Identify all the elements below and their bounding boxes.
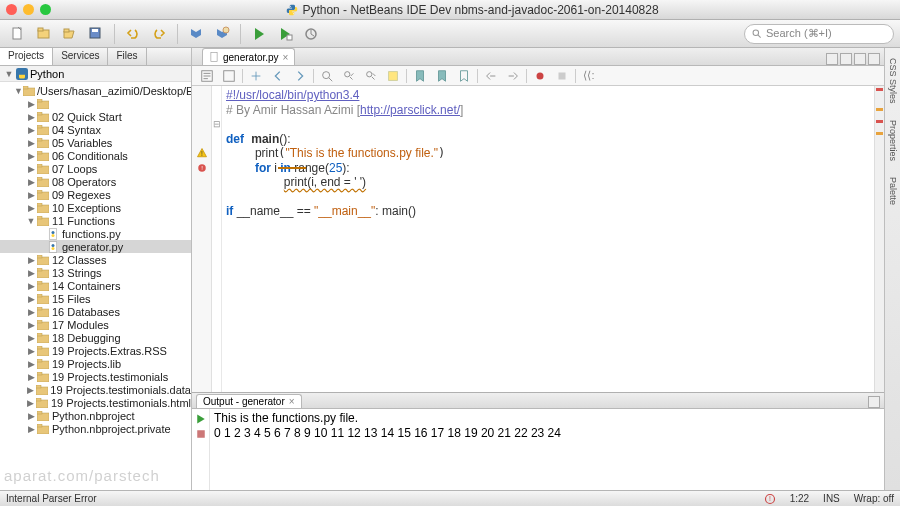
maximize-button[interactable] <box>868 53 880 65</box>
undo-button[interactable] <box>121 23 145 45</box>
gutter[interactable]: ! ! <box>192 86 212 392</box>
tab-properties[interactable]: Properties <box>888 116 898 165</box>
shift-left-button[interactable] <box>482 68 500 84</box>
window-maximize-button[interactable] <box>40 4 51 15</box>
tree-item-python-nbproject[interactable]: ▶Python.nbproject <box>0 409 191 422</box>
twist-icon[interactable]: ▶ <box>26 398 36 408</box>
tab-files[interactable]: Files <box>108 48 146 65</box>
twist-icon[interactable]: ▶ <box>26 177 36 187</box>
new-file-button[interactable] <box>6 23 30 45</box>
twist-icon[interactable]: ▶ <box>26 281 36 291</box>
close-icon[interactable]: × <box>289 396 295 407</box>
status-error-icon[interactable]: ! <box>764 493 776 505</box>
twist-icon[interactable]: ▶ <box>26 359 36 369</box>
tree-item-06-conditionals[interactable]: ▶06 Conditionals <box>0 149 191 162</box>
toggle-highlight-button[interactable] <box>384 68 402 84</box>
output-text[interactable]: This is the functions.py file. 0 1 2 3 4… <box>210 409 884 490</box>
find-selection-button[interactable] <box>318 68 336 84</box>
open-button[interactable] <box>58 23 82 45</box>
twist-icon[interactable]: ▼ <box>14 86 23 96</box>
twist-icon[interactable]: ▶ <box>26 372 36 382</box>
build-button[interactable] <box>184 23 208 45</box>
tab-css-styles[interactable]: CSS Styles <box>888 54 898 108</box>
tree-item-07-loops[interactable]: ▶07 Loops <box>0 162 191 175</box>
tree-item-02-quick-start[interactable]: ▶02 Quick Start <box>0 110 191 123</box>
find-prev-button[interactable] <box>340 68 358 84</box>
save-all-button[interactable] <box>84 23 108 45</box>
tree-item-14-containers[interactable]: ▶14 Containers <box>0 279 191 292</box>
twist-icon[interactable]: ▶ <box>26 333 36 343</box>
clean-build-button[interactable] <box>210 23 234 45</box>
tree-item--top-level-[interactable]: ▶ <box>0 97 191 110</box>
comment-button[interactable]: ⟨⟨: <box>580 68 598 84</box>
twist-icon[interactable]: ▶ <box>26 385 35 395</box>
wrap-mode[interactable]: Wrap: off <box>854 493 894 504</box>
twist-icon[interactable]: ▶ <box>26 125 36 135</box>
rerun-button[interactable] <box>194 412 208 426</box>
macro-record-button[interactable] <box>531 68 549 84</box>
cursor-position[interactable]: 1:22 <box>790 493 809 504</box>
history-button[interactable] <box>220 68 238 84</box>
macro-stop-button[interactable] <box>553 68 571 84</box>
twist-icon[interactable]: ▶ <box>26 411 36 421</box>
twist-icon[interactable]: ▶ <box>26 268 36 278</box>
twist-icon[interactable]: ▶ <box>26 138 36 148</box>
project-path-row[interactable]: ▼ /Users/hasan_azimi0/Desktop/Exer <box>0 84 191 97</box>
twist-icon[interactable]: ▶ <box>26 203 36 213</box>
fold-column[interactable]: ⊟ <box>212 86 222 392</box>
prev-tab-button[interactable] <box>826 53 838 65</box>
code-editor[interactable]: ! ! ⊟ #!/usr/local/bin/python3.4 # By Am… <box>192 86 884 392</box>
tree-item-16-databases[interactable]: ▶16 Databases <box>0 305 191 318</box>
output-tab[interactable]: Output - generator × <box>196 394 302 408</box>
editor-tab-generator[interactable]: generator.py × <box>202 48 295 65</box>
warning-mark[interactable] <box>876 132 883 135</box>
tree-item-19-projects-testimonials-data[interactable]: ▶19 Projects.testimonials.data <box>0 383 191 396</box>
profile-button[interactable] <box>299 23 323 45</box>
split-button[interactable] <box>854 53 866 65</box>
error-mark[interactable] <box>876 88 883 91</box>
source-button[interactable] <box>198 68 216 84</box>
tab-services[interactable]: Services <box>53 48 108 65</box>
next-bookmark-button[interactable] <box>433 68 451 84</box>
prev-bookmark-button[interactable] <box>411 68 429 84</box>
insert-mode[interactable]: INS <box>823 493 840 504</box>
find-next-button[interactable] <box>362 68 380 84</box>
toggle-bookmark-button[interactable] <box>455 68 473 84</box>
forward-button[interactable] <box>291 68 309 84</box>
search-input[interactable]: Search (⌘+I) <box>744 24 894 44</box>
tree-item-15-files[interactable]: ▶15 Files <box>0 292 191 305</box>
close-icon[interactable]: × <box>283 52 289 63</box>
project-root[interactable]: ▼ Python <box>0 66 191 82</box>
error-mark[interactable] <box>876 120 883 123</box>
twist-icon[interactable]: ▼ <box>4 69 14 79</box>
tree-item-19-projects-extras-rss[interactable]: ▶19 Projects.Extras.RSS <box>0 344 191 357</box>
run-button[interactable] <box>247 23 271 45</box>
tree-item-19-projects-testimonials[interactable]: ▶19 Projects.testimonials <box>0 370 191 383</box>
error-stripe[interactable] <box>874 86 884 392</box>
tree-item-11-functions[interactable]: ▼11 Functions <box>0 214 191 227</box>
window-close-button[interactable] <box>6 4 17 15</box>
tree-item-09-regexes[interactable]: ▶09 Regexes <box>0 188 191 201</box>
tree-item-10-exceptions[interactable]: ▶10 Exceptions <box>0 201 191 214</box>
tab-palette[interactable]: Palette <box>888 173 898 209</box>
stop-button[interactable] <box>194 427 208 441</box>
last-edit-button[interactable] <box>247 68 265 84</box>
tree-item-13-strings[interactable]: ▶13 Strings <box>0 266 191 279</box>
twist-icon[interactable]: ▶ <box>26 164 36 174</box>
next-tab-button[interactable] <box>840 53 852 65</box>
redo-button[interactable] <box>147 23 171 45</box>
twist-icon[interactable]: ▶ <box>26 320 36 330</box>
tree-file-generator-py[interactable]: generator.py <box>0 240 191 253</box>
twist-icon[interactable]: ▶ <box>26 112 36 122</box>
author-url[interactable]: http://parsclick.net/ <box>360 103 460 117</box>
window-minimize-button[interactable] <box>23 4 34 15</box>
output-minimize-button[interactable] <box>868 396 880 408</box>
warning-mark[interactable] <box>876 108 883 111</box>
new-project-button[interactable] <box>32 23 56 45</box>
twist-icon[interactable]: ▼ <box>26 216 36 226</box>
tree-item-17-modules[interactable]: ▶17 Modules <box>0 318 191 331</box>
twist-icon[interactable]: ▶ <box>26 424 36 434</box>
tree-item-04-syntax[interactable]: ▶04 Syntax <box>0 123 191 136</box>
tree-item-19-projects-lib[interactable]: ▶19 Projects.lib <box>0 357 191 370</box>
tree-item-08-operators[interactable]: ▶08 Operators <box>0 175 191 188</box>
